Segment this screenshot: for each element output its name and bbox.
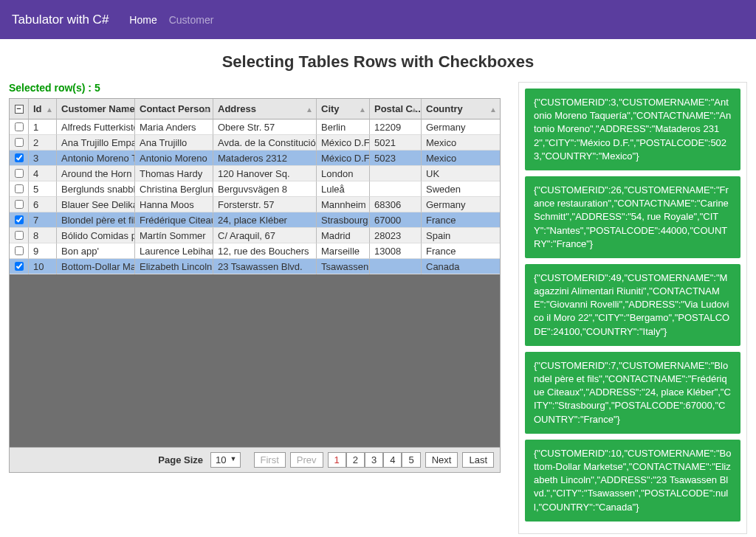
navbar: Tabulator with C# Home Customer <box>0 0 756 39</box>
row-checkbox-cell[interactable] <box>10 166 29 181</box>
cell-contact: Thomas Hardy <box>135 166 213 181</box>
cell-contact: Martín Sommer <box>135 228 213 243</box>
cell-name: Bólido Comidas prep... <box>57 228 135 243</box>
cell-city: Madrid <box>317 228 370 243</box>
cell-address: 23 Tsawassen Blvd. <box>213 259 317 274</box>
cell-name: Bon app' <box>57 243 135 259</box>
row-checkbox-cell[interactable] <box>10 135 29 150</box>
sort-icon: ▲ <box>489 105 497 113</box>
page-size-label: Page Size <box>158 454 203 465</box>
header-contact[interactable]: Contact Person▲ <box>135 99 213 119</box>
cell-country: UK <box>422 166 500 181</box>
table-row[interactable]: 6Blauer See Delikatess...Hanna MoosForst… <box>10 197 500 212</box>
cell-name: Blauer See Delikatess... <box>57 197 135 212</box>
cell-postal: 13008 <box>370 243 422 259</box>
table-row[interactable]: 8Bólido Comidas prep...Martín SommerC/ A… <box>10 228 500 243</box>
grid-body: 1Alfreds FutterkisteMaria AndersObere St… <box>10 119 500 274</box>
row-checkbox[interactable] <box>15 169 24 178</box>
selected-json-panel: {"CUSTOMERID":3,"CUSTOMERNAME":"Antonio … <box>518 82 747 534</box>
cell-country: Germany <box>422 119 500 135</box>
cell-city: Luleå <box>317 181 370 197</box>
cell-name: Alfreds Futterkiste <box>57 119 135 135</box>
cell-country: France <box>422 243 500 259</box>
cell-postal <box>370 166 422 181</box>
cell-city: London <box>317 166 370 181</box>
cell-city: Marseille <box>317 243 370 259</box>
cell-id: 7 <box>29 212 57 228</box>
brand[interactable]: Tabulator with C# <box>12 13 109 27</box>
pager-page-3[interactable]: 3 <box>365 452 383 468</box>
nav-home[interactable]: Home <box>129 14 157 26</box>
nav-customer[interactable]: Customer <box>169 14 214 26</box>
table-row[interactable]: 2Ana Trujillo Empared...Ana TrujilloAvda… <box>10 135 500 150</box>
cell-name: Around the Horn <box>57 166 135 181</box>
header-address[interactable]: Address▲ <box>213 99 317 119</box>
table-row[interactable]: 7Blondel père et filsFrédérique Citeaux2… <box>10 212 500 228</box>
row-checkbox[interactable] <box>15 184 24 193</box>
row-checkbox[interactable] <box>15 122 24 131</box>
row-checkbox[interactable] <box>15 262 24 271</box>
cell-id: 4 <box>29 166 57 181</box>
cell-contact: Frédérique Citeaux <box>135 212 213 228</box>
table-row[interactable]: 10Bottom-Dollar Mark...Elizabeth Lincoln… <box>10 259 500 274</box>
row-checkbox-cell[interactable] <box>10 243 29 259</box>
page-title: Selecting Tables Rows with Checkboxes <box>9 52 747 72</box>
minus-icon: − <box>15 105 24 114</box>
pager-prev[interactable]: Prev <box>290 452 323 468</box>
cell-country: Germany <box>422 197 500 212</box>
pager-numbers: 12345 <box>328 452 421 468</box>
cell-address: C/ Araquil, 67 <box>213 228 317 243</box>
pager-last[interactable]: Last <box>462 452 494 468</box>
header-city[interactable]: City▲ <box>317 99 370 119</box>
cell-address: Mataderos 2312 <box>213 150 317 166</box>
cell-address: 24, place Kléber <box>213 212 317 228</box>
json-card: {"CUSTOMERID":26,"CUSTOMERNAME":"France … <box>525 176 740 258</box>
header-postal[interactable]: Postal C...▲ <box>370 99 422 119</box>
cell-id: 10 <box>29 259 57 274</box>
pager-page-2[interactable]: 2 <box>346 452 365 468</box>
json-card: {"CUSTOMERID":3,"CUSTOMERNAME":"Antonio … <box>525 89 740 170</box>
row-checkbox[interactable] <box>15 215 24 224</box>
row-checkbox-cell[interactable] <box>10 228 29 243</box>
pager-page-5[interactable]: 5 <box>402 452 420 468</box>
sort-icon: ▲ <box>410 105 418 113</box>
row-checkbox[interactable] <box>15 138 24 147</box>
header-name[interactable]: Customer Name▲ <box>57 99 135 119</box>
row-checkbox-cell[interactable] <box>10 259 29 274</box>
row-checkbox-cell[interactable] <box>10 197 29 212</box>
row-checkbox-cell[interactable] <box>10 181 29 197</box>
row-checkbox-cell[interactable] <box>10 119 29 135</box>
row-checkbox-cell[interactable] <box>10 150 29 166</box>
json-card: {"CUSTOMERID":7,"CUSTOMERNAME":"Blondel … <box>525 352 740 434</box>
pager-page-4[interactable]: 4 <box>383 452 402 468</box>
pager-next[interactable]: Next <box>425 452 458 468</box>
row-checkbox-cell[interactable] <box>10 212 29 228</box>
table-row[interactable]: 5Berglunds snabbköpChristina BerglundBer… <box>10 181 500 197</box>
row-checkbox[interactable] <box>15 246 24 255</box>
page-size-select[interactable]: 10 <box>210 452 240 468</box>
cell-id: 5 <box>29 181 57 197</box>
cell-country: Mexico <box>422 150 500 166</box>
table-row[interactable]: 4Around the HornThomas Hardy120 Hanover … <box>10 166 500 181</box>
sort-icon: ▲ <box>46 105 53 113</box>
header-country[interactable]: Country▲ <box>422 99 500 119</box>
table-row[interactable]: 3Antonio Moreno Taq...Antonio MorenoMata… <box>10 150 500 166</box>
pager-page-1[interactable]: 1 <box>328 452 346 468</box>
table-row[interactable]: 9Bon app'Laurence Lebihans12, rue des Bo… <box>10 243 500 259</box>
grid-footer: Page Size 10 First Prev 12345 Next Last <box>10 447 500 472</box>
row-checkbox[interactable] <box>15 231 24 240</box>
table-row[interactable]: 1Alfreds FutterkisteMaria AndersObere St… <box>10 119 500 135</box>
cell-name: Bottom-Dollar Mark... <box>57 259 135 274</box>
header-select-all[interactable]: − <box>10 99 29 119</box>
cell-city: Strasbourg <box>317 212 370 228</box>
pager-first[interactable]: First <box>254 452 286 468</box>
cell-id: 6 <box>29 197 57 212</box>
row-checkbox[interactable] <box>15 153 24 162</box>
row-checkbox[interactable] <box>15 200 24 209</box>
header-id[interactable]: Id▲ <box>29 99 57 119</box>
json-card: {"CUSTOMERID":10,"CUSTOMERNAME":"Bottom-… <box>525 440 740 522</box>
cell-address: Berguvsvägen 8 <box>213 181 317 197</box>
cell-country: Canada <box>422 259 500 274</box>
cell-postal: 5021 <box>370 135 422 150</box>
cell-id: 8 <box>29 228 57 243</box>
